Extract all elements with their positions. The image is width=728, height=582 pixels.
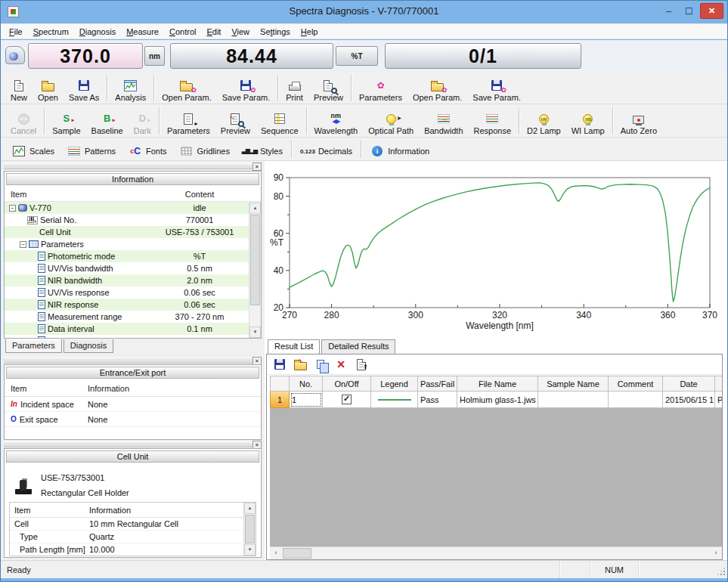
parameters-button[interactable]: ✿Parameters: [354, 78, 407, 103]
cell-row-path-length[interactable]: Path Length [mm]10.000: [10, 543, 256, 556]
menu-view[interactable]: View: [226, 26, 255, 38]
report-result-icon[interactable]: ⬆: [355, 358, 368, 370]
menu-diagnosis[interactable]: Diagnosis: [74, 26, 121, 38]
gridlines-icon: [179, 144, 194, 158]
print-button[interactable]: Print: [280, 78, 308, 103]
results-hscrollbar[interactable]: ‹ ›: [270, 546, 722, 559]
port-row-incident[interactable]: InIncident spaceNone: [5, 397, 261, 412]
tab-diagnosis[interactable]: Diagnosis: [64, 339, 113, 353]
menu-measure[interactable]: Measure: [121, 26, 164, 38]
d2-lamp-button[interactable]: UVD2 Lamp: [522, 111, 566, 136]
measurement-parameters-icon: ✿: [373, 79, 388, 92]
analysis-button[interactable]: Analysis: [110, 78, 151, 103]
tree-row-measurement-range[interactable]: Measurement range370 - 270 nm: [5, 311, 261, 323]
delete-result-icon[interactable]: ✕: [334, 358, 348, 370]
scrollbar-thumb[interactable]: [245, 515, 255, 543]
parameters-save-param-button[interactable]: ✿Save Param.: [467, 78, 526, 103]
menu-file[interactable]: File: [4, 26, 28, 38]
close-icon[interactable]: ✕: [252, 163, 262, 171]
tab-result-list[interactable]: Result List: [268, 339, 320, 354]
save-result-icon[interactable]: [273, 358, 287, 370]
menu-settings[interactable]: Settings: [255, 26, 296, 38]
wi-lamp-button[interactable]: VISWI Lamp: [566, 111, 610, 136]
port-pane-dragbar[interactable]: ✕: [4, 358, 262, 364]
parameters-open-param-button[interactable]: ✿Open Param.: [407, 78, 467, 103]
decimals-button[interactable]: 0.123Decimals: [294, 143, 358, 159]
toolbar-separator: [107, 75, 107, 101]
tree-row-instrument[interactable]: −V-770idle: [5, 202, 261, 214]
scroll-down-icon[interactable]: ▼: [249, 327, 261, 338]
tree-row-photometric-mode[interactable]: Photometric mode%T: [5, 250, 261, 262]
bandwidth-button[interactable]: Bandwidth: [419, 111, 468, 136]
left-column: ✕ Information Item Content −V-770idle Se…: [1, 161, 265, 560]
wavelength-button[interactable]: nm◀▶Wavelength: [309, 111, 364, 136]
measure-parameters-button[interactable]: ▸Parameters: [162, 111, 215, 136]
result-row[interactable]: 1 1 Pass Holmium glass-1.jws 2015/06/15 …: [270, 392, 722, 408]
baseline-button[interactable]: BBaseline: [86, 111, 129, 136]
response-button[interactable]: Response: [469, 111, 517, 136]
open-param-button[interactable]: ✿Open Param.: [156, 78, 216, 103]
sequence-button[interactable]: Sequence: [256, 111, 304, 136]
tab-parameters[interactable]: Parameters: [5, 339, 62, 353]
save-as-button[interactable]: Save As: [64, 78, 104, 103]
gridlines-button[interactable]: Gridlines: [173, 143, 236, 159]
scrollbar-thumb[interactable]: [250, 215, 260, 305]
port-row-exit[interactable]: OExit spaceNone: [5, 412, 261, 427]
tree-row-serial[interactable]: Serial No.770001: [5, 214, 261, 226]
scroll-down-icon[interactable]: ▼: [244, 544, 256, 556]
photometric-unit-button[interactable]: %T: [336, 46, 378, 66]
menu-help[interactable]: Help: [296, 26, 324, 38]
save-param-button[interactable]: ✿Save Param.: [217, 78, 276, 103]
scroll-up-icon[interactable]: ▲: [249, 203, 261, 214]
tree-row-nir-bandwidth[interactable]: NIR bandwidth2.0 nm: [5, 274, 261, 286]
minimize-button[interactable]: –: [659, 3, 678, 19]
cell-pane-dragbar[interactable]: ✕: [4, 441, 262, 447]
wavelength-unit-button[interactable]: nm: [144, 46, 165, 66]
tree-row-uvvis-response[interactable]: UV/Vis response0.06 sec: [5, 286, 261, 299]
collapse-icon[interactable]: −: [20, 241, 26, 248]
auto-zero-button[interactable]: Auto Zero: [615, 111, 662, 136]
tree-row-data-interval[interactable]: Data interval0.1 nm: [5, 323, 261, 335]
close-button[interactable]: ✕: [700, 3, 723, 19]
view-toolbar: Scales Patterns cCFonts Gridlines ▃▆▂▅St…: [1, 138, 727, 161]
cell-row-cell[interactable]: Cell10 mm Rectangular Cell: [10, 518, 256, 531]
information-pane-dragbar[interactable]: ✕: [4, 163, 262, 169]
patterns-button[interactable]: Patterns: [60, 143, 122, 159]
print-preview-button[interactable]: Preview: [308, 78, 349, 103]
export-result-icon[interactable]: ∿: [293, 358, 307, 370]
cell-table-scrollbar[interactable]: ▲ ▼: [243, 503, 256, 556]
sample-button[interactable]: SSample: [47, 111, 85, 136]
no-cell[interactable]: 1: [290, 392, 323, 408]
information-scrollbar[interactable]: ▲ ▼: [249, 203, 261, 338]
menu-spectrum[interactable]: Spectrum: [28, 26, 74, 38]
maximize-button[interactable]: ☐: [680, 3, 699, 19]
styles-button[interactable]: ▃▆▂▅Styles: [236, 143, 289, 159]
onoff-checkbox[interactable]: [342, 395, 352, 404]
svg-text:370: 370: [702, 310, 717, 320]
fonts-button[interactable]: cCFonts: [122, 143, 173, 159]
cell-row-type[interactable]: TypeQuartz: [10, 531, 256, 543]
information-button[interactable]: iInformation: [364, 143, 435, 159]
menu-edit[interactable]: Edit: [201, 26, 226, 38]
scrollbar-thumb[interactable]: [283, 548, 311, 559]
scroll-up-icon[interactable]: ▲: [244, 503, 256, 514]
copy-result-icon[interactable]: [314, 358, 327, 370]
tree-row-nir-response[interactable]: NIR response0.06 sec: [5, 299, 261, 311]
new-document-icon: [11, 79, 26, 92]
measure-preview-button[interactable]: ∿Preview: [215, 111, 256, 136]
optical-path-button[interactable]: ➤Optical Path: [363, 111, 419, 136]
tree-row-cell-unit[interactable]: Cell UnitUSE-753 / 753001: [5, 226, 261, 238]
menu-control[interactable]: Control: [164, 26, 201, 38]
new-button[interactable]: New: [5, 78, 33, 103]
collapse-icon[interactable]: −: [9, 205, 16, 212]
scroll-right-icon[interactable]: ›: [710, 548, 722, 559]
row-header-cell[interactable]: 1: [270, 392, 290, 408]
tree-row-parameters[interactable]: −Parameters: [5, 238, 261, 250]
tab-detailed-results[interactable]: Detailed Results: [321, 339, 395, 354]
tree-row-uvvis-bandwidth[interactable]: UV/Vis bandwidth0.5 nm: [5, 262, 261, 274]
scroll-left-icon[interactable]: ‹: [270, 548, 282, 559]
scales-button[interactable]: Scales: [5, 143, 60, 159]
open-button[interactable]: Open: [33, 78, 64, 103]
spectrum-plot: 2040608090270280300320340360370Wavelengt…: [267, 163, 720, 341]
resize-grip-icon[interactable]: [717, 561, 727, 578]
